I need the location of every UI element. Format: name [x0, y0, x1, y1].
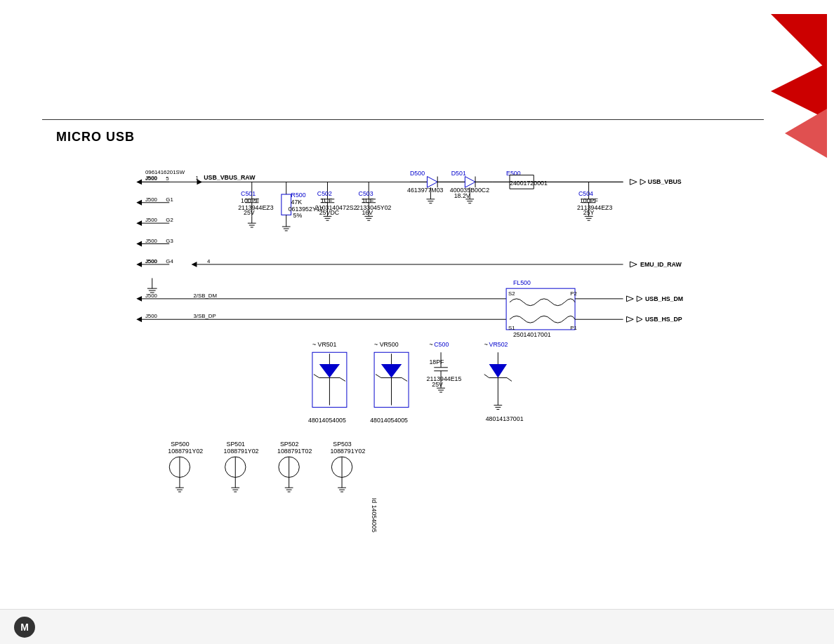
- svg-text:D501: D501: [451, 170, 466, 177]
- svg-text:48014054005: 48014054005: [308, 417, 346, 424]
- svg-text:5: 5: [166, 175, 169, 182]
- svg-text:18PF: 18PF: [429, 358, 444, 365]
- svg-marker-1: [136, 179, 142, 185]
- svg-line-187: [507, 377, 512, 381]
- svg-text:J500: J500: [145, 293, 158, 299]
- svg-marker-124: [630, 262, 637, 267]
- svg-text:P1: P1: [570, 325, 577, 331]
- svg-text:1UF: 1UF: [321, 197, 333, 204]
- svg-text:1UF: 1UF: [362, 197, 373, 204]
- svg-text:J500: J500: [145, 196, 158, 203]
- svg-text:1088791T02: 1088791T02: [277, 448, 312, 455]
- svg-text:2/SB_DM: 2/SB_DM: [194, 293, 218, 299]
- svg-text:25014017001: 25014017001: [513, 331, 551, 338]
- page-title: MICRO USB: [56, 130, 135, 145]
- svg-text:16V: 16V: [362, 209, 373, 216]
- svg-text:J500: J500: [145, 258, 158, 264]
- header-divider: [42, 119, 764, 120]
- schematic-area: .comp-text { font-size: 9px; font-family…: [42, 161, 778, 560]
- svg-marker-148: [626, 316, 633, 322]
- svg-text:C500: C500: [434, 341, 449, 348]
- svg-text:25V: 25V: [432, 381, 443, 388]
- svg-text:C504: C504: [578, 190, 593, 197]
- svg-marker-31: [630, 179, 637, 185]
- svg-text:~: ~: [429, 341, 432, 348]
- svg-marker-9: [136, 220, 142, 226]
- svg-text:J500: J500: [145, 238, 158, 244]
- svg-text:J500: J500: [145, 217, 158, 223]
- svg-text:USB_HS_DP: USB_HS_DP: [645, 316, 682, 323]
- svg-text:S2: S2: [508, 290, 515, 297]
- svg-text:~ VR501: ~ VR501: [312, 341, 337, 348]
- svg-text:1: 1: [195, 175, 198, 181]
- svg-text:E500: E500: [506, 170, 521, 177]
- svg-text:USB_VBUS_RAW: USB_VBUS_RAW: [204, 174, 256, 181]
- svg-text:25Y: 25Y: [583, 209, 595, 216]
- svg-marker-184: [489, 364, 507, 378]
- svg-marker-132: [136, 316, 142, 322]
- logo-shape-middle: [771, 63, 827, 119]
- svg-marker-146: [637, 296, 642, 302]
- svg-text:0961416201SW: 0961416201SW: [145, 169, 185, 175]
- svg-text:R500: R500: [291, 192, 306, 199]
- svg-text:25VDC: 25VDC: [319, 209, 340, 216]
- svg-text:~ VR500: ~ VR500: [374, 341, 399, 348]
- svg-text:S1: S1: [508, 325, 515, 331]
- svg-text:EMU_ID_RAW: EMU_ID_RAW: [640, 261, 682, 268]
- svg-text:100PF: 100PF: [241, 197, 260, 204]
- svg-marker-32: [640, 179, 646, 185]
- svg-text:SP503: SP503: [333, 441, 352, 448]
- svg-marker-120: [192, 262, 197, 267]
- svg-marker-149: [637, 316, 642, 322]
- svg-text:G2: G2: [166, 217, 173, 223]
- svg-text:J500: J500: [145, 175, 158, 181]
- svg-text:USB_VBUS: USB_VBUS: [648, 178, 682, 185]
- svg-text:48014137001: 48014137001: [486, 415, 524, 422]
- svg-text:48014054005: 48014054005: [370, 417, 408, 424]
- svg-text:USB_HS_DM: USB_HS_DM: [645, 295, 683, 302]
- svg-marker-79: [427, 177, 437, 188]
- svg-marker-127: [136, 296, 142, 302]
- svg-text:25V: 25V: [244, 209, 255, 216]
- motorola-logo-text: M: [20, 622, 29, 633]
- logo-area: [750, 0, 834, 182]
- svg-text:~: ~: [484, 341, 488, 348]
- svg-marker-145: [626, 296, 633, 302]
- svg-line-186: [484, 375, 489, 378]
- svg-text:24001720001: 24001720001: [510, 180, 548, 187]
- svg-text:5%: 5%: [293, 212, 303, 219]
- svg-text:J500: J500: [145, 313, 158, 319]
- svg-marker-5: [136, 200, 142, 206]
- svg-text:1088791Y02: 1088791Y02: [330, 448, 365, 455]
- svg-text:SP501: SP501: [227, 441, 246, 448]
- svg-text:3/SB_DP: 3/SB_DP: [194, 313, 216, 319]
- svg-text:4613977M03: 4613977M03: [407, 187, 443, 194]
- bottom-bar: M: [0, 609, 834, 644]
- svg-text:G4: G4: [166, 258, 173, 264]
- schematic-svg: .comp-text { font-size: 9px; font-family…: [42, 161, 778, 560]
- svg-text:C501: C501: [241, 190, 256, 197]
- svg-marker-13: [136, 241, 142, 247]
- svg-rect-136: [506, 288, 575, 330]
- svg-text:G1: G1: [166, 196, 173, 203]
- svg-text:C502: C502: [317, 190, 332, 197]
- logo-shape-top: [771, 14, 827, 70]
- svg-text:100PF: 100PF: [580, 197, 599, 204]
- logo-shape-bottom: [785, 109, 827, 158]
- svg-text:P2: P2: [570, 290, 577, 297]
- svg-text:1088791Y02: 1088791Y02: [224, 448, 259, 455]
- svg-marker-89: [465, 177, 475, 188]
- svg-text:18.2V: 18.2V: [454, 192, 470, 199]
- svg-text:C503: C503: [359, 190, 373, 197]
- svg-text:47K: 47K: [291, 199, 303, 206]
- svg-text:4: 4: [207, 258, 211, 264]
- svg-text:Id 14054005: Id 14054005: [371, 498, 378, 532]
- svg-marker-17: [136, 262, 142, 267]
- svg-text:D500: D500: [410, 170, 425, 177]
- svg-text:SP500: SP500: [171, 441, 190, 448]
- svg-text:2113944EZ3: 2113944EZ3: [577, 204, 612, 211]
- motorola-logo: M: [14, 617, 35, 638]
- svg-text:SP502: SP502: [280, 441, 299, 448]
- svg-text:FL500: FL500: [513, 279, 531, 286]
- svg-text:1088791Y02: 1088791Y02: [168, 448, 203, 455]
